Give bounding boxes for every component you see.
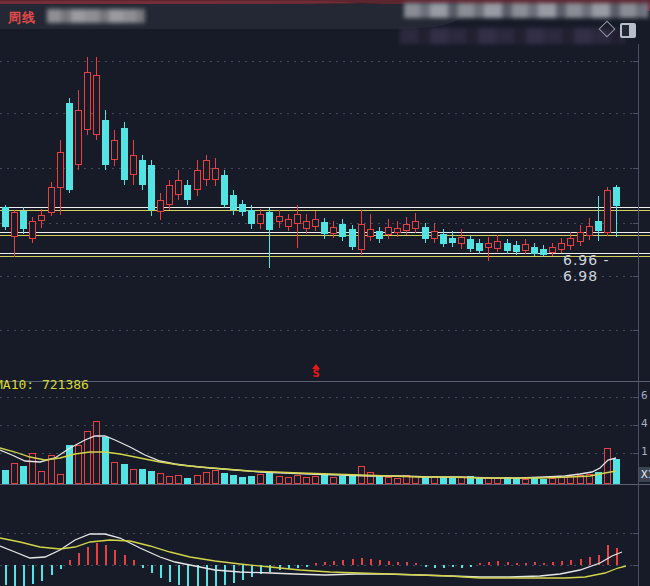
axis-tick <box>633 223 638 224</box>
axis-tick <box>633 397 638 398</box>
axis-tick <box>633 425 638 426</box>
axis-tick <box>633 453 638 454</box>
axis-tick <box>633 330 638 331</box>
stock-chart-window: 周线 S MA10: 721386 6.96 - 6.98 6 4 1 X1 <box>0 0 650 586</box>
axis-tick <box>633 533 638 534</box>
axis-tick <box>633 61 638 62</box>
axis-tick <box>633 113 638 114</box>
axis-label-fragment: 6 <box>641 389 648 402</box>
axis-tick <box>633 565 638 566</box>
volume-ma-white-line <box>0 436 616 478</box>
axis-label-fragment: 1 <box>641 445 648 458</box>
price-level-label: 6.96 - 6.98 <box>563 252 650 284</box>
indicator-lines-layer <box>0 0 650 586</box>
axis-tick <box>633 168 638 169</box>
axis-label-fragment: 4 <box>641 417 648 430</box>
macd-dea-yellow-line <box>0 538 626 578</box>
axis-corner-label[interactable]: X1 <box>639 467 650 482</box>
right-axis-line <box>638 44 639 586</box>
axis-tick <box>633 276 638 277</box>
volume-ma10-yellow-line <box>0 448 616 478</box>
